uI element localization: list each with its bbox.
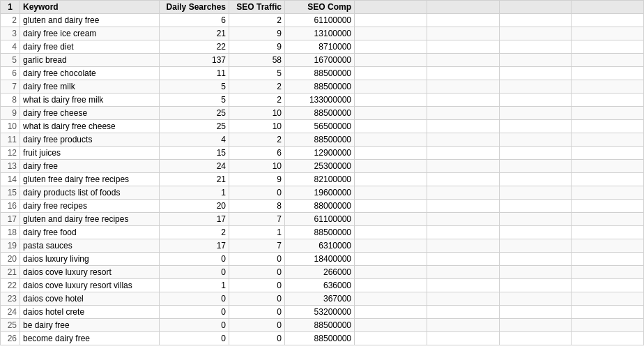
extra-cell xyxy=(572,120,644,133)
daily-searches-cell: 2 xyxy=(160,226,229,239)
extra-cell xyxy=(499,40,572,54)
daily-searches-cell: 11 xyxy=(160,67,229,80)
daily-searches-cell: 0 xyxy=(160,319,229,332)
table-row: 14gluten free dairy free recipes21982100… xyxy=(1,173,644,186)
row-number: 21 xyxy=(1,266,20,279)
keyword-cell: daios hotel crete xyxy=(20,306,160,319)
seo-comp-cell: 88500000 xyxy=(285,80,355,94)
col-daily-searches-header: Daily Searches xyxy=(160,1,229,14)
keyword-cell: dairy free recipes xyxy=(20,200,160,213)
extra-cell xyxy=(499,27,572,40)
extra-cell xyxy=(355,14,427,27)
extra-cell xyxy=(427,67,499,80)
extra-cell xyxy=(499,186,572,200)
keyword-cell: gluten and dairy free xyxy=(20,14,160,27)
seo-comp-cell: 61100000 xyxy=(285,14,355,27)
extra-cell xyxy=(572,292,644,306)
extra-cell xyxy=(499,120,572,133)
extra-cell xyxy=(499,213,572,226)
extra-cell xyxy=(427,239,499,253)
daily-searches-cell: 25 xyxy=(160,120,229,133)
extra-cell xyxy=(572,54,644,67)
extra-cell xyxy=(355,292,427,306)
extra-cell xyxy=(572,94,644,107)
seo-traffic-cell: 7 xyxy=(229,213,285,226)
seo-traffic-cell: 0 xyxy=(229,253,285,266)
keyword-cell: gluten free dairy free recipes xyxy=(20,173,160,186)
keyword-cell: daios luxury living xyxy=(20,253,160,266)
keyword-cell: garlic bread xyxy=(20,54,160,67)
row-number: 11 xyxy=(1,133,20,147)
extra-cell xyxy=(427,133,499,147)
seo-comp-cell: 88500000 xyxy=(285,226,355,239)
seo-traffic-cell: 10 xyxy=(229,120,285,133)
row-number: 26 xyxy=(1,332,20,345)
seo-traffic-cell: 9 xyxy=(229,173,285,186)
keyword-cell: dairy free xyxy=(20,160,160,173)
keyword-cell: dairy free ice cream xyxy=(20,27,160,40)
extra-cell xyxy=(427,107,499,120)
extra-cell xyxy=(355,266,427,279)
row-number: 25 xyxy=(1,319,20,332)
keyword-cell: be dairy free xyxy=(20,319,160,332)
keyword-cell: daios cove hotel xyxy=(20,292,160,306)
extra-cell xyxy=(499,80,572,94)
row-number: 14 xyxy=(1,173,20,186)
extra-cell xyxy=(572,306,644,319)
daily-searches-cell: 24 xyxy=(160,160,229,173)
seo-comp-cell: 18400000 xyxy=(285,253,355,266)
row-number: 15 xyxy=(1,186,20,200)
extra-cell xyxy=(355,213,427,226)
extra-cell xyxy=(427,226,499,239)
extra-cell xyxy=(499,226,572,239)
extra-cell xyxy=(427,213,499,226)
daily-searches-cell: 22 xyxy=(160,40,229,54)
table-row: 22daios cove luxury resort villas1063600… xyxy=(1,279,644,292)
seo-comp-cell: 6310000 xyxy=(285,239,355,253)
table-row: 7dairy free milk5288500000 xyxy=(1,80,644,94)
table-row: 3dairy free ice cream21913100000 xyxy=(1,27,644,40)
extra-cell xyxy=(499,239,572,253)
keyword-cell: dairy free cheese xyxy=(20,107,160,120)
daily-searches-cell: 1 xyxy=(160,186,229,200)
row-number: 9 xyxy=(1,107,20,120)
extra-cell xyxy=(355,253,427,266)
extra-cell xyxy=(572,226,644,239)
seo-traffic-cell: 0 xyxy=(229,279,285,292)
row-number: 23 xyxy=(1,292,20,306)
row-number: 6 xyxy=(1,67,20,80)
extra-cell xyxy=(499,67,572,80)
row-number: 22 xyxy=(1,279,20,292)
extra-cell xyxy=(427,54,499,67)
col-extra-2-header xyxy=(427,1,499,14)
daily-searches-cell: 1 xyxy=(160,279,229,292)
seo-traffic-cell: 0 xyxy=(229,292,285,306)
extra-cell xyxy=(572,279,644,292)
daily-searches-cell: 17 xyxy=(160,213,229,226)
daily-searches-cell: 0 xyxy=(160,306,229,319)
seo-comp-cell: 88500000 xyxy=(285,332,355,345)
extra-cell xyxy=(427,147,499,160)
col-extra-1-header xyxy=(355,1,427,14)
keyword-cell: what is dairy free cheese xyxy=(20,120,160,133)
extra-cell xyxy=(355,332,427,345)
seo-comp-cell: 82100000 xyxy=(285,173,355,186)
extra-cell xyxy=(572,14,644,27)
table-row: 4dairy free diet2298710000 xyxy=(1,40,644,54)
extra-cell xyxy=(355,120,427,133)
seo-comp-cell: 16700000 xyxy=(285,54,355,67)
daily-searches-cell: 20 xyxy=(160,200,229,213)
daily-searches-cell: 21 xyxy=(160,27,229,40)
table-row: 17gluten and dairy free recipes177611000… xyxy=(1,213,644,226)
seo-comp-cell: 8710000 xyxy=(285,40,355,54)
daily-searches-cell: 5 xyxy=(160,94,229,107)
keyword-cell: what is dairy free milk xyxy=(20,94,160,107)
keyword-cell: fruit juices xyxy=(20,147,160,160)
extra-cell xyxy=(355,200,427,213)
col-keyword-header: Keyword xyxy=(20,1,160,14)
extra-cell xyxy=(572,239,644,253)
extra-cell xyxy=(499,173,572,186)
extra-cell xyxy=(427,319,499,332)
extra-cell xyxy=(355,80,427,94)
col-num-header: 1 xyxy=(1,1,20,14)
